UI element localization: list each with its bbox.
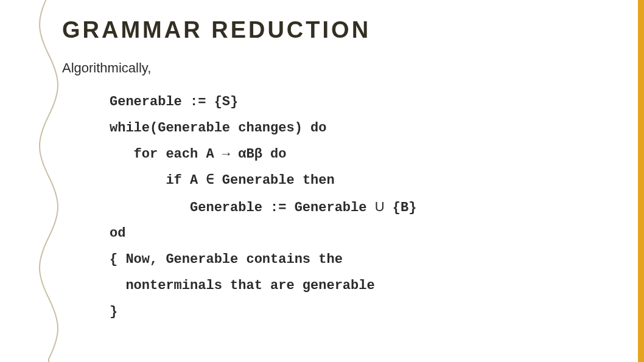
code-line-5b: {B} [385,200,417,215]
code-line-3: for each A → αBβ do [110,147,286,162]
code-line-9: } [110,304,117,319]
algorithm-block: Generable := {S} while(Generable changes… [110,89,620,325]
intro-text: Algorithmically, [62,60,620,76]
code-line-2: while(Generable changes) do [110,120,326,136]
right-accent-bar [638,0,644,362]
code-line-1: Generable := {S} [110,94,238,110]
code-line-4: if A ∈ Generable then [110,173,335,188]
slide-title: GRAMMAR REDUCTION [62,17,620,43]
union-symbol: U [375,199,385,214]
code-line-7: { Now, Generable contains the [110,252,343,267]
left-wave-decoration [0,0,61,362]
code-line-5a: Generable := Generable [110,200,375,215]
code-line-8: nonterminals that are generable [110,278,375,293]
code-line-6: od [110,226,125,241]
